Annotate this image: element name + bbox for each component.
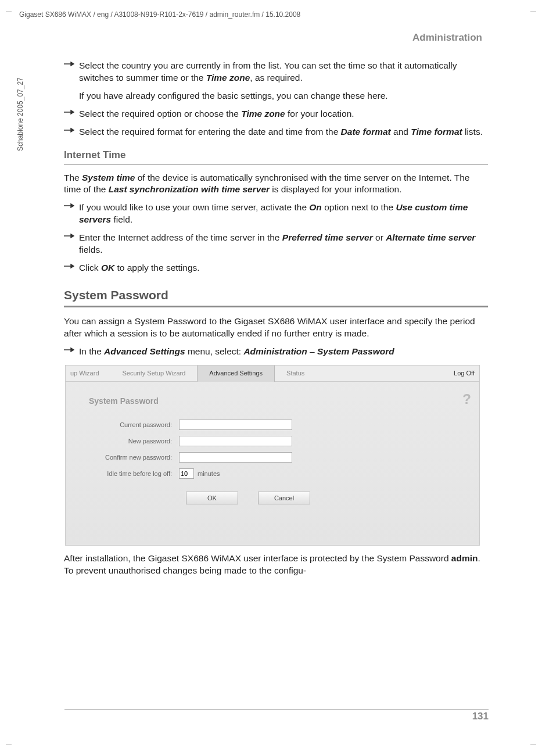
instruction-step: Select the country you are currently in … bbox=[64, 60, 488, 84]
text: lists. bbox=[462, 127, 483, 137]
idle-time-field[interactable] bbox=[179, 468, 194, 479]
term: Administration bbox=[243, 346, 307, 356]
arrow-icon bbox=[64, 108, 79, 120]
text: Enter the Internet address of the time s… bbox=[79, 232, 282, 242]
instruction-step: If you would like to use your own time s… bbox=[64, 202, 488, 226]
term: On bbox=[309, 202, 322, 212]
paragraph: The System time of the device is automat… bbox=[64, 172, 488, 196]
crop-mark bbox=[530, 12, 536, 12]
term: Alternate time server bbox=[386, 232, 475, 242]
paragraph: You can assign a System Password to the … bbox=[64, 316, 488, 340]
text: and bbox=[391, 127, 411, 137]
logoff-link[interactable]: Log Off bbox=[454, 369, 475, 378]
term: System Password bbox=[317, 346, 394, 356]
text: for your location. bbox=[285, 109, 354, 119]
instruction-text: Select the required format for entering … bbox=[79, 126, 488, 138]
tab-advanced-settings[interactable]: Advanced Settings bbox=[197, 366, 275, 382]
tab-security-wizard[interactable]: Security Setup Wizard bbox=[111, 366, 198, 382]
term: Advanced Settings bbox=[104, 346, 185, 356]
label-idle-time: Idle time before log off: bbox=[77, 470, 179, 478]
instruction-text: If you would like to use your own time s… bbox=[79, 202, 488, 226]
divider bbox=[64, 164, 488, 165]
new-password-field[interactable] bbox=[179, 436, 292, 446]
note-paragraph: If you have already configured the basic… bbox=[79, 90, 488, 102]
tab-bar: up Wizard Security Setup Wizard Advanced… bbox=[66, 366, 479, 382]
paragraph: After installation, the Gigaset SX686 Wi… bbox=[64, 553, 488, 577]
tab-setup-wizard[interactable]: up Wizard bbox=[66, 366, 111, 382]
instruction-step: In the Advanced Settings menu, select: A… bbox=[64, 346, 488, 358]
text: field. bbox=[111, 214, 132, 224]
instruction-text: Click OK to apply the settings. bbox=[79, 262, 488, 274]
term: Time zone bbox=[206, 73, 250, 83]
arrow-icon bbox=[64, 60, 79, 84]
instruction-text: Select the required option or choose the… bbox=[79, 108, 488, 120]
term: Preferred time server bbox=[282, 232, 373, 242]
instruction-text: Select the country you are currently in … bbox=[79, 60, 488, 84]
text: In the bbox=[79, 346, 104, 356]
term: Time zone bbox=[241, 109, 285, 119]
instruction-step: Click OK to apply the settings. bbox=[64, 262, 488, 274]
document-path-header: Gigaset SX686 WiMAX / eng / A31008-N919-… bbox=[19, 10, 300, 19]
arrow-icon bbox=[64, 232, 79, 256]
footer-rule bbox=[64, 709, 489, 710]
text: to apply the settings. bbox=[114, 263, 199, 273]
text: or bbox=[373, 232, 386, 242]
template-version-sidebar: Schablone 2005_07_27 bbox=[16, 77, 24, 151]
divider bbox=[64, 306, 488, 307]
term: Time format bbox=[411, 127, 462, 137]
text: fields. bbox=[79, 245, 103, 255]
current-password-field[interactable] bbox=[179, 420, 292, 430]
text: Select the required option or choose the bbox=[79, 109, 241, 119]
term: System time bbox=[82, 173, 135, 182]
text: – bbox=[307, 346, 317, 356]
instruction-text: In the Advanced Settings menu, select: A… bbox=[79, 346, 488, 358]
instruction-step: Enter the Internet address of the time s… bbox=[64, 232, 488, 256]
crop-mark bbox=[6, 12, 12, 12]
arrow-icon bbox=[64, 126, 79, 138]
label-current-password: Current password: bbox=[77, 421, 179, 429]
term: Date format bbox=[341, 127, 391, 137]
text: Click bbox=[79, 263, 101, 273]
confirm-password-field[interactable] bbox=[179, 452, 292, 463]
crop-mark bbox=[530, 744, 536, 744]
label-confirm-password: Confirm new password: bbox=[77, 453, 179, 462]
panel-title: System Password bbox=[89, 396, 468, 407]
text: is displayed for your information. bbox=[270, 184, 401, 194]
idle-time-unit: minutes bbox=[198, 470, 220, 478]
text: menu, select: bbox=[185, 346, 244, 356]
text: The bbox=[64, 173, 82, 182]
term: Last synchronization with time server bbox=[109, 184, 270, 194]
text: If you would like to use your own time s… bbox=[79, 202, 309, 212]
page-section-title: Administration bbox=[64, 32, 488, 44]
instruction-text: Enter the Internet address of the time s… bbox=[79, 232, 488, 256]
page-number: 131 bbox=[472, 711, 489, 722]
text: option next to the bbox=[322, 202, 396, 212]
ui-screenshot: up Wizard Security Setup Wizard Advanced… bbox=[65, 365, 480, 546]
text: Select the required format for entering … bbox=[79, 127, 341, 137]
arrow-icon bbox=[64, 262, 79, 274]
text: After installation, the Gigaset SX686 Wi… bbox=[64, 553, 451, 563]
help-icon[interactable]: ? bbox=[462, 390, 471, 409]
instruction-step: Select the required option or choose the… bbox=[64, 108, 488, 120]
ok-button[interactable]: OK bbox=[186, 492, 238, 504]
crop-mark bbox=[6, 744, 12, 744]
instruction-step: Select the required format for entering … bbox=[64, 126, 488, 138]
term: admin bbox=[451, 553, 478, 563]
arrow-icon bbox=[64, 202, 79, 226]
term: OK bbox=[101, 263, 114, 273]
arrow-icon bbox=[64, 346, 79, 358]
cancel-button[interactable]: Cancel bbox=[258, 492, 310, 504]
subsection-heading: Internet Time bbox=[64, 149, 488, 162]
text: , as required. bbox=[250, 73, 302, 83]
tab-status[interactable]: Status bbox=[275, 366, 316, 382]
label-new-password: New password: bbox=[77, 437, 179, 446]
section-heading: System Password bbox=[64, 287, 488, 303]
